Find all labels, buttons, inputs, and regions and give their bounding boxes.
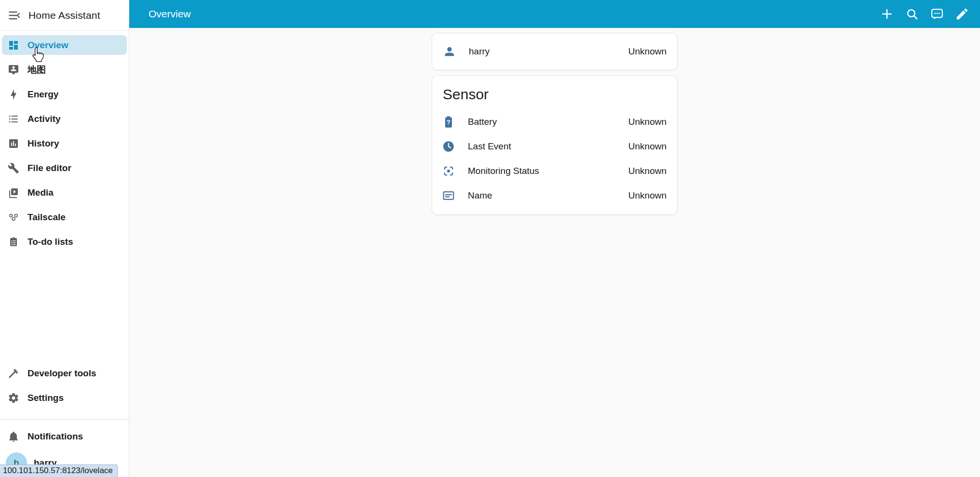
sidebar-item-label: To-do lists [27, 237, 73, 247]
sidebar-item-label: Settings [27, 393, 64, 403]
sidebar-item-label: Media [27, 187, 54, 198]
sidebar-item-notifications[interactable]: Notifications [2, 426, 127, 446]
hammer-icon [8, 368, 19, 379]
sidebar-nav: Overview 地图 Energy Activity History [0, 31, 129, 256]
sidebar-header: Home Assistant [0, 0, 129, 31]
plus-icon [880, 7, 894, 21]
card-title: Sensor [442, 86, 667, 103]
add-button[interactable] [880, 7, 894, 21]
sidebar-item-todo-lists[interactable]: To-do lists [2, 232, 127, 252]
list-bulleted-icon [8, 113, 19, 125]
app-title: Home Assistant [28, 10, 100, 21]
entity-row-last-event[interactable]: Last Event Unknown [442, 134, 667, 159]
svg-text:?: ? [447, 119, 450, 126]
page-title: Overview [149, 8, 191, 20]
top-bar: Overview [129, 0, 980, 28]
sidebar-item-media[interactable]: Media [2, 183, 127, 202]
sidebar-item-label: Tailscale [27, 212, 66, 223]
menu-open-icon[interactable] [8, 9, 21, 22]
entity-name: Battery [468, 117, 497, 127]
battery-unknown-icon: ? [442, 115, 455, 129]
tooltip-account-icon [8, 64, 19, 76]
entity-row-monitoring-status[interactable]: Monitoring Status Unknown [442, 159, 667, 183]
card-text-icon [442, 189, 455, 202]
top-bar-actions [880, 7, 969, 21]
sidebar-item-label: Activity [27, 114, 61, 124]
sidebar-item-label: Developer tools [27, 368, 96, 379]
entity-name: Last Event [468, 141, 511, 152]
lightning-bolt-icon [8, 89, 19, 100]
entity-state: Unknown [628, 141, 667, 152]
sensor-entities-card: Sensor ? Battery Unknown Last Event Unkn… [432, 75, 678, 215]
sidebar-footer: Developer tools Settings Notifications h… [0, 363, 129, 477]
gear-icon [8, 392, 19, 404]
entity-name: Name [468, 190, 492, 201]
entity-name: Monitoring Status [468, 166, 539, 176]
view-dashboard-icon [8, 40, 19, 51]
sidebar-item-map[interactable]: 地图 [2, 60, 127, 80]
entity-row-name[interactable]: Name Unknown [442, 183, 667, 208]
entity-state: Unknown [628, 166, 667, 176]
search-icon [905, 7, 919, 21]
entity-row-battery[interactable]: ? Battery Unknown [442, 109, 667, 134]
sidebar-item-label: Notifications [27, 431, 83, 442]
wrench-icon [8, 162, 19, 174]
clock-icon [442, 140, 455, 153]
link-status-tooltip: 100.101.150.57:8123/lovelace [0, 464, 118, 477]
sidebar-item-label: History [27, 138, 59, 149]
sidebar-item-label: 地图 [27, 64, 46, 76]
center-focus-icon [442, 164, 455, 178]
search-button[interactable] [905, 7, 919, 21]
sidebar-item-label: Overview [27, 40, 68, 51]
entity-name: harry [469, 46, 490, 57]
sidebar-item-tailscale[interactable]: Tailscale [2, 207, 127, 227]
entity-state: Unknown [628, 190, 667, 201]
sidebar-item-activity[interactable]: Activity [2, 109, 127, 129]
sidebar-item-label: Energy [27, 89, 58, 100]
assist-chat-icon [930, 7, 944, 21]
person-icon [443, 45, 456, 58]
sidebar-item-settings[interactable]: Settings [2, 388, 127, 408]
chart-box-icon [8, 138, 19, 149]
sidebar: Home Assistant Overview 地图 Energy Activi… [0, 0, 129, 477]
edit-dashboard-button[interactable] [955, 7, 969, 21]
sidebar-divider [0, 419, 129, 420]
play-box-multiple-icon [8, 187, 19, 199]
dashboard-view: harry Unknown Sensor ? Battery Unknown L… [129, 28, 980, 477]
clipboard-list-icon [8, 236, 19, 248]
entity-state: Unknown [628, 46, 667, 57]
bell-icon [8, 431, 19, 442]
sidebar-item-label: File editor [27, 163, 71, 173]
pencil-icon [955, 7, 969, 21]
sidebar-item-history[interactable]: History [2, 133, 127, 153]
entity-state: Unknown [628, 117, 667, 127]
assist-button[interactable] [930, 7, 944, 21]
sidebar-item-file-editor[interactable]: File editor [2, 158, 127, 178]
person-entity-card: harry Unknown [432, 33, 678, 70]
sidebar-item-developer-tools[interactable]: Developer tools [2, 363, 127, 383]
sidebar-item-overview[interactable]: Overview [2, 35, 127, 55]
tailscale-knot-icon [8, 212, 19, 223]
entity-row-harry[interactable]: harry Unknown [443, 45, 667, 58]
sidebar-item-energy[interactable]: Energy [2, 84, 127, 104]
